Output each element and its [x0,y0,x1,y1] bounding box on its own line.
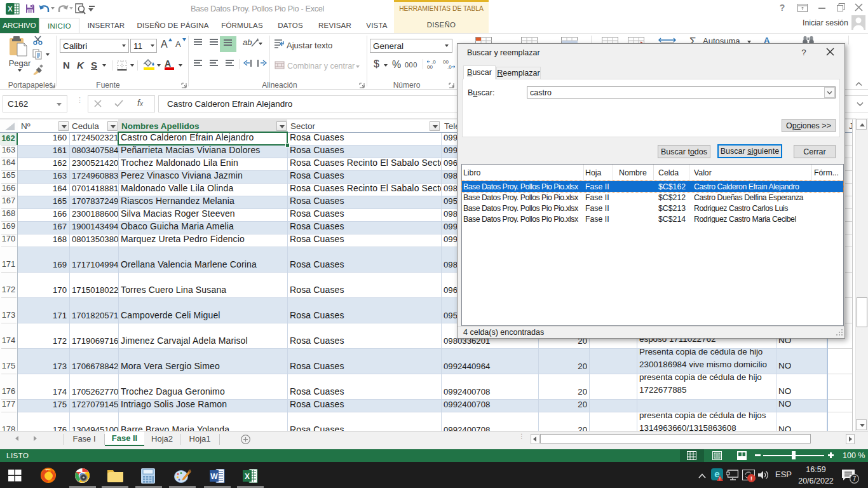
svg-text:7: 7 [853,475,857,482]
svg-text:X: X [8,5,13,13]
svg-text:.0: .0 [447,64,452,70]
svg-text:!: ! [750,475,752,482]
svg-text:X: X [245,472,250,481]
svg-text:W: W [210,472,218,481]
svg-text:!: ! [719,477,721,481]
svg-text:00: 00 [427,64,433,70]
